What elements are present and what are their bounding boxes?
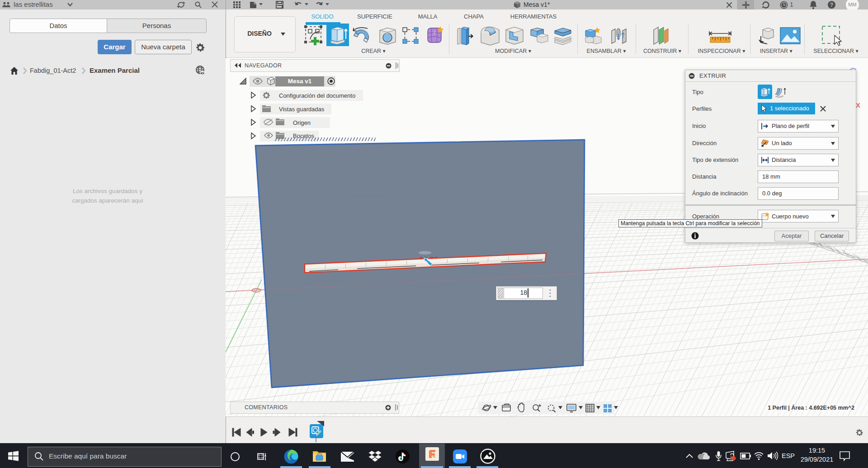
- svg-text:?: ?: [830, 2, 833, 8]
